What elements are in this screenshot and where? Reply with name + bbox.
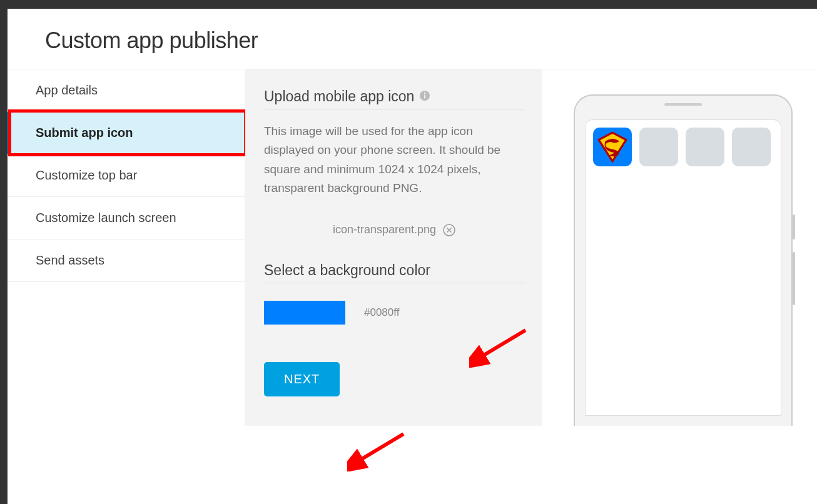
upload-section-title-row: Upload mobile app icon: [264, 88, 525, 109]
upload-section-title: Upload mobile app icon: [264, 88, 414, 105]
main-panel: Upload mobile app icon This image will b…: [245, 69, 542, 426]
color-swatch[interactable]: [264, 301, 345, 325]
uploaded-file-row: icon-transparent.png: [264, 223, 525, 237]
color-row: #0080ff: [264, 301, 525, 325]
page-body: App details Submit app icon Customize to…: [8, 69, 817, 426]
sidebar: App details Submit app icon Customize to…: [8, 69, 245, 426]
remove-file-icon[interactable]: [442, 223, 456, 237]
uploaded-file-name: icon-transparent.png: [333, 223, 436, 236]
sidebar-item-label: Customize top bar: [36, 168, 137, 182]
svg-line-8: [357, 434, 403, 462]
app-icon-tile: [593, 128, 632, 166]
superman-logo-icon: [596, 131, 629, 163]
info-icon[interactable]: [419, 88, 430, 105]
phone-mockup: [574, 94, 793, 426]
sidebar-item-customize-launch-screen[interactable]: Customize launch screen: [8, 197, 245, 239]
placeholder-icon-tile: [686, 128, 724, 166]
sidebar-item-send-assets[interactable]: Send assets: [8, 239, 245, 282]
sidebar-item-customize-top-bar[interactable]: Customize top bar: [8, 154, 245, 197]
color-hex-value: #0080ff: [364, 306, 399, 319]
phone-side-button: [793, 214, 795, 239]
page-header: Custom app publisher: [8, 9, 817, 69]
svg-marker-6: [599, 133, 626, 161]
annotation-arrow-icon: [347, 428, 410, 471]
placeholder-icon-tile: [732, 128, 771, 166]
background-section-title: Select a background color: [264, 262, 525, 283]
page-title: Custom app publisher: [45, 28, 792, 54]
phone-screen: [585, 119, 781, 416]
sidebar-item-label: Submit app icon: [36, 126, 133, 139]
sidebar-item-app-details[interactable]: App details: [8, 69, 245, 112]
sidebar-item-label: Send assets: [36, 253, 104, 267]
preview-panel: [542, 69, 817, 426]
upload-section-description: This image will be used for the app icon…: [264, 122, 525, 198]
svg-rect-1: [424, 95, 425, 99]
home-icon-grid: [593, 128, 773, 166]
phone-side-button: [793, 252, 795, 305]
sidebar-item-submit-app-icon[interactable]: Submit app icon: [8, 112, 245, 154]
svg-point-2: [424, 93, 425, 94]
next-button[interactable]: NEXT: [264, 362, 340, 396]
sidebar-item-label: App details: [36, 83, 98, 97]
placeholder-icon-tile: [639, 128, 678, 166]
sidebar-item-label: Customize launch screen: [36, 211, 176, 224]
